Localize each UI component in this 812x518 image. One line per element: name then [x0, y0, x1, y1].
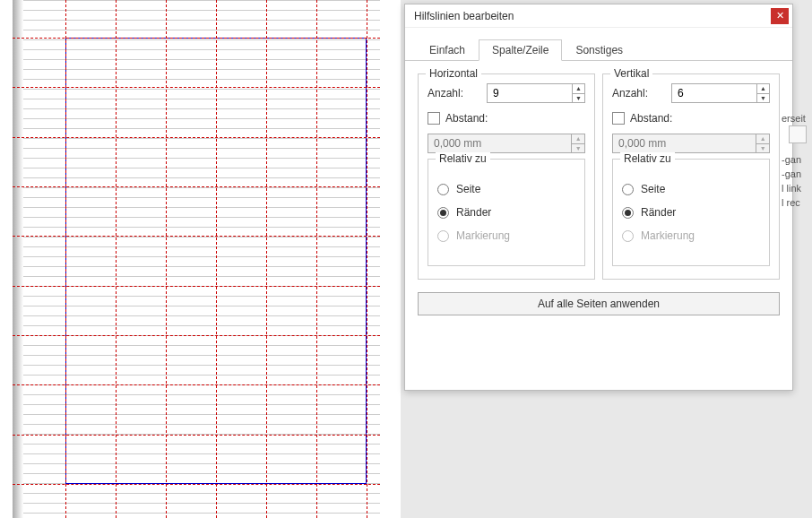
label-horizontal-count: Anzahl: [428, 87, 481, 99]
label-horizontal-spacing: Abstand: [445, 112, 488, 125]
radio-label-vertical-selection: Markierung [641, 229, 695, 242]
vertical-spacing-checkbox[interactable] [612, 112, 625, 125]
radio-horizontal-page[interactable] [437, 184, 449, 195]
fieldset-vertical-relative: Relativ zu Seite Ränder Markierung [612, 159, 770, 266]
guide-vertical [116, 0, 117, 518]
tab-other[interactable]: Sonstiges [562, 39, 636, 61]
fieldset-vertical: Vertikal Anzahl: ▲ ▼ Abstand: ▲ [602, 73, 780, 280]
vertical-spacing-spinner: ▲ ▼ [612, 134, 770, 153]
horizontal-spacing-down: ▼ [572, 144, 584, 153]
radio-label-horizontal-selection: Markierung [456, 229, 510, 242]
guide-horizontal [13, 435, 380, 436]
guide-horizontal [13, 286, 380, 287]
background-row-line [23, 493, 380, 494]
radio-label-vertical-margins: Ränder [641, 206, 676, 219]
guide-vertical [316, 0, 317, 518]
guide-horizontal [13, 87, 380, 88]
side-panel-button[interactable] [789, 125, 807, 143]
vertical-spacing-input [613, 134, 756, 152]
horizontal-spacing-spinner: ▲ ▼ [428, 134, 585, 153]
dialog-titlebar[interactable]: Hilfslinien bearbeiten ✕ [405, 4, 792, 28]
guide-vertical [216, 0, 217, 518]
side-text-2: -gan [782, 152, 801, 168]
legend-horizontal: Horizontal [426, 67, 481, 80]
background-row-line [23, 503, 380, 504]
horizontal-count-down[interactable]: ▼ [573, 94, 584, 103]
vertical-count-spinner[interactable]: ▲ ▼ [671, 83, 770, 103]
horizontal-count-up[interactable]: ▲ [573, 84, 584, 94]
vertical-count-up[interactable]: ▲ [757, 84, 769, 94]
radio-label-horizontal-margins: Ränder [456, 206, 491, 219]
radio-label-horizontal-page: Seite [456, 183, 480, 195]
vertical-count-input[interactable] [672, 84, 756, 102]
apply-all-pages-button[interactable]: Auf alle Seiten anwenden [418, 292, 780, 315]
vertical-spacing-down: ▼ [756, 144, 769, 153]
guide-vertical [166, 0, 167, 518]
background-row-line [23, 10, 380, 11]
tab-column-row[interactable]: Spalte/Zeile [479, 39, 562, 61]
horizontal-count-spinner[interactable]: ▲ ▼ [487, 83, 585, 103]
side-text-5: l rec [782, 195, 800, 211]
horizontal-spacing-checkbox[interactable] [428, 112, 440, 125]
legend-vertical: Vertikal [610, 67, 652, 80]
close-icon: ✕ [776, 10, 784, 22]
vertical-count-down[interactable]: ▼ [757, 94, 769, 103]
legend-horizontal-relative: Relativ zu [436, 152, 490, 165]
guide-horizontal [13, 236, 380, 237]
side-text-1: erseit [782, 111, 806, 126]
legend-vertical-relative: Relativ zu [620, 152, 675, 165]
dialog-title: Hilfslinien bearbeiten [414, 10, 771, 22]
tab-bar: Einfach Spalte/Zeile Sonstiges [405, 28, 792, 61]
label-vertical-spacing: Abstand: [630, 112, 672, 125]
page-inner [13, 0, 380, 518]
page-shadow [13, 0, 23, 518]
guide-vertical [266, 0, 267, 518]
guide-horizontal [13, 137, 380, 138]
horizontal-spacing-up: ▲ [572, 134, 584, 144]
tab-simple[interactable]: Einfach [416, 39, 479, 61]
radio-vertical-selection [622, 230, 634, 242]
horizontal-spacing-input [428, 134, 571, 152]
guide-horizontal [13, 484, 380, 485]
radio-horizontal-margins[interactable] [437, 207, 449, 219]
side-text-3: -gan [782, 167, 801, 182]
vertical-spacing-up: ▲ [756, 134, 769, 144]
background-row-line [23, 513, 380, 514]
guide-horizontal [13, 384, 380, 385]
label-vertical-count: Anzahl: [612, 87, 666, 99]
radio-vertical-page[interactable] [622, 184, 634, 195]
guide-horizontal [13, 186, 380, 187]
background-row-line [23, 0, 380, 1]
edit-guides-dialog: Hilfslinien bearbeiten ✕ Einfach Spalte/… [404, 4, 793, 391]
fieldset-horizontal: Horizontal Anzahl: ▲ ▼ Abstand: ▲ [418, 73, 595, 280]
background-row-line [23, 20, 380, 21]
guide-vertical [65, 0, 66, 518]
page-preview [0, 0, 401, 518]
horizontal-count-input[interactable] [488, 84, 572, 102]
radio-vertical-margins[interactable] [622, 207, 634, 219]
guide-horizontal [13, 38, 380, 39]
fieldset-horizontal-relative: Relativ zu Seite Ränder Markierung [428, 159, 585, 266]
radio-label-vertical-page: Seite [641, 183, 665, 195]
guide-vertical [367, 0, 367, 518]
side-text-4: l link [782, 181, 801, 196]
guide-horizontal [13, 335, 380, 336]
close-button[interactable]: ✕ [771, 8, 789, 24]
background-row-line [23, 30, 380, 30]
radio-horizontal-selection [437, 230, 449, 242]
